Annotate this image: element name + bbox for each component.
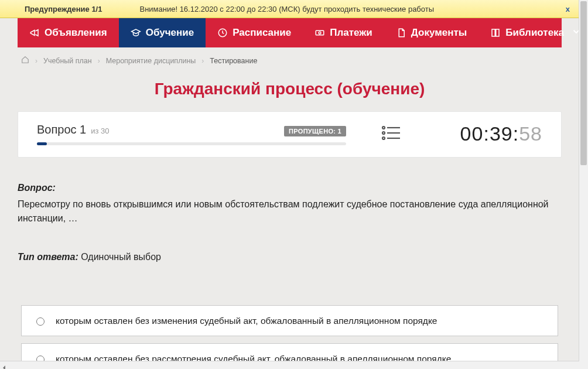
warning-bar: Предупреждение 1/1 Внимание! 16.12.2020 … xyxy=(0,0,579,18)
svg-point-3 xyxy=(382,127,385,129)
answer-type-value: Одиночный выбор xyxy=(81,252,161,262)
home-icon[interactable] xyxy=(21,56,29,66)
answer-type-label: Тип ответа: xyxy=(18,252,78,262)
option-item[interactable]: которым оставлен без изменения судебный … xyxy=(21,305,558,336)
options-list: которым оставлен без изменения судебный … xyxy=(18,305,562,361)
nav-label: Обучение xyxy=(146,27,194,39)
scroll-left-icon[interactable] xyxy=(1,363,7,368)
horizontal-scrollbar[interactable] xyxy=(0,361,588,369)
chevron-down-icon xyxy=(571,26,579,40)
nav-learning[interactable]: Обучение xyxy=(119,18,206,47)
breadcrumb-separator-icon: › xyxy=(35,57,37,65)
warning-close-button[interactable]: x xyxy=(562,5,573,13)
nav-label: Расписание xyxy=(233,27,291,39)
skipped-badge: ПРОПУЩЕНО: 1 xyxy=(284,126,346,136)
timer-minutes: 00 xyxy=(460,122,484,145)
clock-icon xyxy=(217,28,228,38)
warning-title: Предупреждение 1/1 xyxy=(25,5,102,13)
nav-label: Документы xyxy=(411,27,467,39)
option-radio[interactable] xyxy=(36,356,45,361)
money-icon xyxy=(314,28,325,38)
nav-schedule[interactable]: Расписание xyxy=(206,18,303,47)
svg-point-5 xyxy=(382,132,385,134)
breadcrumb-separator-icon: › xyxy=(98,57,100,65)
nav-label: Библиотека xyxy=(505,27,564,39)
question-total: из 30 xyxy=(91,127,109,135)
scrollbar-corner xyxy=(579,361,588,369)
scrollbar-thumb[interactable] xyxy=(580,1,587,165)
nav-announcements[interactable]: Объявления xyxy=(18,18,119,47)
nav-label: Объявления xyxy=(45,27,107,39)
option-text: которым оставлен без рассмотрения судебн… xyxy=(56,352,451,361)
breadcrumb-link[interactable]: Мероприятие дисциплины xyxy=(106,57,196,65)
option-item[interactable]: которым оставлен без рассмотрения судебн… xyxy=(21,343,558,361)
svg-point-7 xyxy=(382,137,385,139)
timer-seconds-a: 39 xyxy=(490,122,513,145)
timer-seconds-b: 58 xyxy=(519,122,542,145)
graduation-icon xyxy=(131,28,141,38)
vertical-scrollbar[interactable] xyxy=(579,0,588,361)
main-nav: Объявления Обучение Расписание Платежи Д… xyxy=(18,18,562,47)
progress-bar xyxy=(37,142,346,145)
page-title: Гражданский процесс (обучение) xyxy=(0,80,579,98)
breadcrumb-current: Тестирование xyxy=(210,57,257,65)
question-number: Вопрос 1 xyxy=(37,123,86,136)
option-text: которым оставлен без изменения судебный … xyxy=(56,314,437,327)
nav-documents[interactable]: Документы xyxy=(384,18,479,47)
nav-label: Платежи xyxy=(330,27,372,39)
warning-message: Внимание! 16.12.2020 с 22:00 до 22:30 (М… xyxy=(139,5,434,13)
question-text: Пересмотру по вновь открывшимся или новы… xyxy=(18,197,562,226)
book-icon xyxy=(490,28,501,38)
question-label: Вопрос: xyxy=(18,183,56,193)
question-list-button[interactable] xyxy=(381,124,401,144)
document-icon xyxy=(396,28,406,38)
nav-library[interactable]: Библиотека xyxy=(478,18,579,47)
megaphone-icon xyxy=(29,28,40,38)
timer: 00:39:58 xyxy=(460,122,542,145)
breadcrumb-link[interactable]: Учебный план xyxy=(43,57,92,65)
breadcrumb-separator-icon: › xyxy=(201,57,204,65)
nav-payments[interactable]: Платежи xyxy=(303,18,384,47)
progress-card: Вопрос 1 из 30 ПРОПУЩЕНО: 1 00:39:58 xyxy=(18,111,562,158)
svg-point-2 xyxy=(319,32,321,34)
option-radio[interactable] xyxy=(36,317,45,326)
breadcrumb: › Учебный план › Мероприятие дисциплины … xyxy=(0,47,579,71)
